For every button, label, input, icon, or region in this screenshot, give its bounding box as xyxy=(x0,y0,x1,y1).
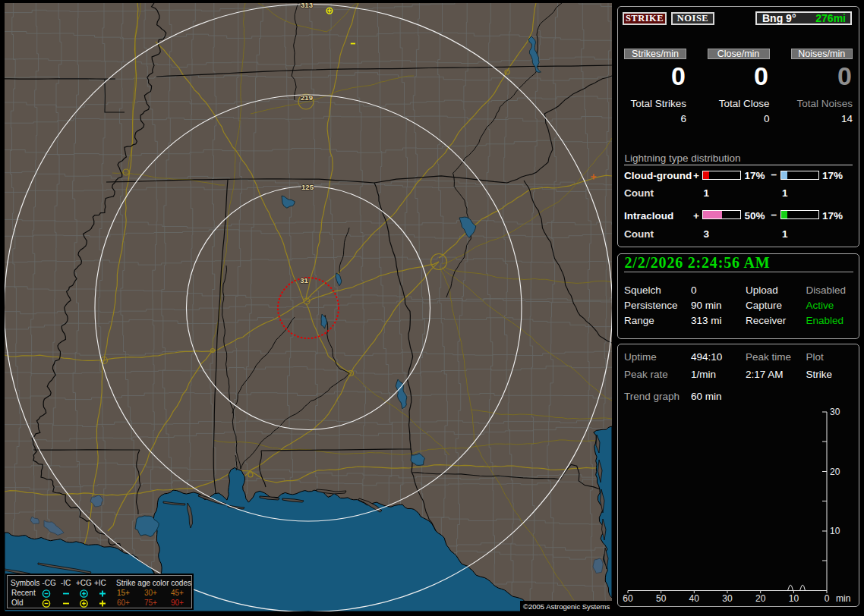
svg-text:313: 313 xyxy=(301,3,313,9)
svg-text:219: 219 xyxy=(301,93,313,102)
svg-text:31: 31 xyxy=(300,276,308,284)
svg-text:50: 50 xyxy=(656,593,667,604)
svg-text:20: 20 xyxy=(755,593,766,604)
svg-text:30: 30 xyxy=(722,593,733,604)
svg-text:min: min xyxy=(836,593,850,604)
svg-text:10: 10 xyxy=(830,526,840,536)
svg-text:40: 40 xyxy=(689,593,700,604)
svg-text:0: 0 xyxy=(825,593,830,604)
svg-text:10: 10 xyxy=(789,593,799,604)
svg-text:30: 30 xyxy=(830,407,840,417)
svg-text:20: 20 xyxy=(830,467,840,477)
svg-text:60: 60 xyxy=(623,593,633,604)
svg-text:125: 125 xyxy=(301,183,314,191)
